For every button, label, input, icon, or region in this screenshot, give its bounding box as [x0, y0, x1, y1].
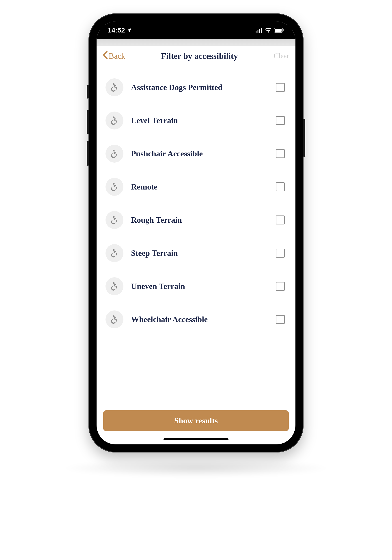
- wheelchair-icon: [106, 310, 123, 328]
- phone-mute-switch: [87, 85, 89, 99]
- filter-row-rough-terrain[interactable]: Rough Terrain: [106, 203, 286, 237]
- status-time: 14:52: [108, 26, 125, 34]
- phone-volume-up: [87, 110, 89, 134]
- svg-point-14: [113, 315, 114, 317]
- wheelchair-icon: [106, 211, 123, 229]
- filter-row-remote[interactable]: Remote: [106, 170, 286, 203]
- wheelchair-icon: [106, 178, 123, 196]
- filter-row-steep-terrain[interactable]: Steep Terrain: [106, 237, 286, 270]
- svg-rect-0: [256, 31, 257, 33]
- screen: 14:52: [97, 21, 295, 444]
- filter-checkbox[interactable]: [276, 83, 285, 92]
- device-shadow: [62, 459, 330, 477]
- navbar: Back Filter by accessibility Clear: [97, 46, 295, 66]
- cell-signal-icon: [256, 28, 263, 33]
- modal-backdrop-sliver: [97, 39, 295, 46]
- filter-label: Assistance Dogs Permitted: [131, 83, 268, 92]
- back-button[interactable]: Back: [103, 51, 125, 61]
- filter-row-level-terrain[interactable]: Level Terrain: [106, 104, 286, 137]
- svg-point-7: [113, 83, 114, 85]
- svg-point-13: [113, 282, 114, 284]
- back-label: Back: [109, 51, 125, 61]
- wheelchair-icon: [106, 244, 123, 262]
- svg-rect-1: [257, 30, 259, 33]
- phone-volume-down: [87, 141, 89, 166]
- filter-checkbox[interactable]: [276, 282, 285, 291]
- battery-icon: [274, 28, 284, 33]
- phone-power-button: [303, 119, 305, 157]
- filter-row-assistance-dogs[interactable]: Assistance Dogs Permitted: [106, 71, 286, 104]
- home-indicator[interactable]: [163, 438, 229, 440]
- svg-point-12: [113, 249, 114, 251]
- filter-label: Steep Terrain: [131, 249, 268, 258]
- svg-point-8: [113, 117, 114, 118]
- filter-row-uneven-terrain[interactable]: Uneven Terrain: [106, 270, 286, 303]
- svg-rect-5: [275, 29, 281, 32]
- svg-point-11: [113, 216, 114, 218]
- filter-label: Remote: [131, 182, 268, 191]
- svg-rect-2: [259, 29, 260, 33]
- filter-label: Level Terrain: [131, 116, 268, 125]
- wifi-icon: [265, 28, 272, 33]
- filter-label: Pushchair Accessible: [131, 149, 268, 158]
- filter-row-wheelchair[interactable]: Wheelchair Accessible: [106, 303, 286, 336]
- wheelchair-icon: [106, 111, 123, 130]
- filter-list: Assistance Dogs Permitted Level Terrain: [97, 66, 295, 404]
- svg-point-9: [113, 150, 114, 151]
- svg-rect-3: [261, 28, 262, 33]
- filter-checkbox[interactable]: [276, 182, 285, 191]
- filter-label: Rough Terrain: [131, 215, 268, 225]
- filter-row-pushchair[interactable]: Pushchair Accessible: [106, 137, 286, 170]
- location-arrow-icon: [127, 26, 132, 34]
- phone-frame: 14:52: [89, 13, 303, 452]
- filter-checkbox[interactable]: [276, 149, 285, 158]
- filter-label: Wheelchair Accessible: [131, 315, 268, 324]
- filter-label: Uneven Terrain: [131, 281, 268, 291]
- filter-checkbox[interactable]: [276, 249, 285, 258]
- wheelchair-icon: [106, 145, 123, 163]
- show-results-button[interactable]: Show results: [103, 410, 289, 431]
- filter-checkbox[interactable]: [276, 315, 285, 324]
- notch: [152, 21, 240, 34]
- filter-checkbox[interactable]: [276, 116, 285, 125]
- wheelchair-icon: [106, 277, 123, 295]
- filter-checkbox[interactable]: [276, 216, 285, 224]
- clear-button[interactable]: Clear: [274, 52, 289, 60]
- chevron-left-icon: [103, 51, 108, 61]
- svg-point-10: [113, 183, 114, 185]
- svg-rect-6: [283, 29, 284, 31]
- wheelchair-icon: [106, 78, 123, 96]
- page-title: Filter by accessibility: [125, 51, 274, 61]
